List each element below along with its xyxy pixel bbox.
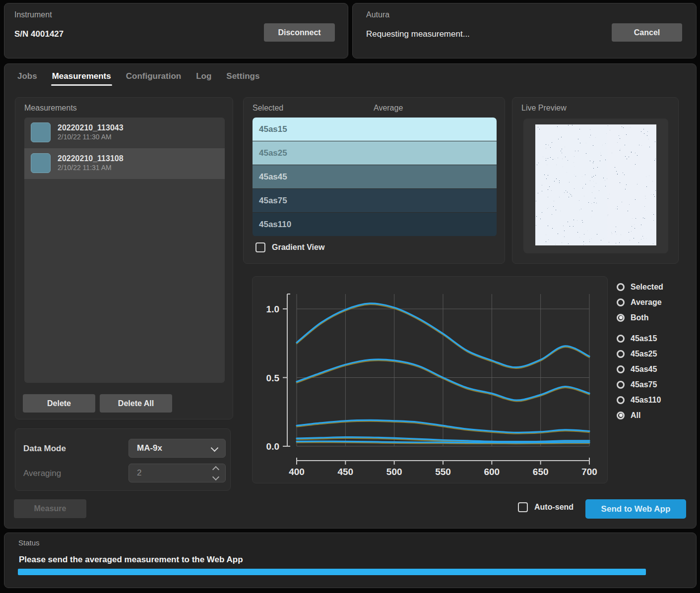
svg-text:650: 650: [533, 467, 549, 477]
radio-series-45as25[interactable]: 45as25: [617, 346, 661, 361]
data-mode-value: MA-9x: [137, 443, 162, 453]
measurements-groupbox: Measurements 20220210_1130432/10/22 11:3…: [15, 97, 233, 419]
gradient-view-label: Gradient View: [272, 243, 324, 252]
series-filter-radio-group: 45as1545as2545as4545as7545as110All: [617, 331, 661, 423]
selected-average-groupbox: Selected Average 45as1545as2545as4545as7…: [243, 97, 505, 264]
measurement-list: 20220210_1130432/10/22 11:30 AM20220210_…: [24, 118, 225, 383]
gradient-view-checkbox[interactable]: [255, 242, 265, 252]
selected-column-header: Selected: [253, 104, 283, 113]
svg-text:450: 450: [337, 467, 353, 477]
svg-text:400: 400: [289, 467, 305, 477]
swatch-row-45as75[interactable]: 45as75: [253, 189, 497, 213]
delete-all-button[interactable]: Delete All: [100, 394, 172, 413]
svg-text:600: 600: [484, 467, 500, 477]
svg-text:700: 700: [581, 467, 597, 477]
swatch-row-45as25[interactable]: 45as25: [253, 141, 497, 165]
view-mode-radio-group: SelectedAverageBoth: [617, 279, 663, 325]
tab-jobs[interactable]: Jobs: [17, 71, 37, 86]
measurement-text: 20220210_1131082/10/22 11:31 AM: [58, 154, 124, 173]
measurement-text: 20220210_1130432/10/22 11:30 AM: [58, 123, 124, 142]
auto-send-label: Auto-send: [534, 503, 573, 512]
radio-series-all[interactable]: All: [617, 408, 661, 423]
data-mode-groupbox: Data Mode MA-9x Averaging 2: [15, 428, 231, 491]
spinner-arrows-icon[interactable]: [213, 467, 218, 479]
live-preview-frame: [523, 119, 668, 253]
average-column-header: Average: [374, 104, 403, 113]
radio-view-both[interactable]: Both: [617, 310, 663, 325]
measurement-color-swatch: [31, 153, 51, 173]
send-to-web-app-button[interactable]: Send to Web App: [585, 499, 686, 519]
disconnect-button[interactable]: Disconnect: [264, 23, 335, 42]
autura-status: Requesting measurement...: [366, 29, 470, 39]
svg-text:1.0: 1.0: [266, 304, 279, 314]
tab-bar: JobsMeasurementsConfigurationLogSettings: [17, 71, 259, 86]
autura-title: Autura: [366, 10, 389, 19]
data-mode-label: Data Mode: [23, 444, 66, 454]
radio-icon[interactable]: [617, 365, 625, 373]
spectral-chart: 0.00.51.0400450500550600650700: [253, 277, 608, 484]
radio-icon[interactable]: [617, 298, 625, 306]
radio-view-selected[interactable]: Selected: [617, 279, 663, 295]
svg-text:500: 500: [386, 467, 402, 477]
autura-panel: Autura Requesting measurement... Cancel: [352, 3, 697, 59]
instrument-serial: S/N 4001427: [14, 29, 64, 39]
radio-label: 45as45: [631, 365, 657, 374]
radio-series-45as45[interactable]: 45as45: [617, 361, 661, 377]
svg-text:0.5: 0.5: [266, 373, 280, 383]
radio-series-45as15[interactable]: 45as15: [617, 331, 661, 346]
radio-icon[interactable]: [617, 350, 625, 358]
status-title: Status: [18, 538, 40, 547]
measurement-item[interactable]: 20220210_1131082/10/22 11:31 AM: [24, 148, 225, 179]
spectral-chart-panel: 0.00.51.0400450500550600650700: [252, 276, 608, 483]
radio-label: Both: [631, 313, 648, 322]
measurement-color-swatch: [31, 122, 51, 142]
cancel-button[interactable]: Cancel: [612, 23, 682, 42]
measurements-title: Measurements: [24, 104, 77, 113]
radio-icon[interactable]: [617, 314, 625, 322]
radio-icon[interactable]: [617, 335, 625, 343]
averaging-stepper[interactable]: 2: [128, 464, 226, 482]
radio-icon[interactable]: [617, 283, 625, 291]
instrument-panel: Instrument S/N 4001427 Disconnect: [4, 3, 348, 59]
chevron-down-icon: [211, 444, 219, 452]
measure-button[interactable]: Measure: [14, 499, 86, 518]
radio-series-45as75[interactable]: 45as75: [617, 377, 661, 392]
radio-icon[interactable]: [617, 381, 625, 389]
averaging-label: Averaging: [23, 469, 61, 478]
auto-send-checkbox[interactable]: [518, 502, 528, 512]
radio-icon[interactable]: [617, 396, 625, 404]
tab-configuration[interactable]: Configuration: [126, 71, 181, 86]
radio-label: Average: [631, 298, 662, 307]
status-message: Please send the averaged measurement to …: [19, 555, 243, 565]
averaging-value: 2: [137, 468, 141, 478]
live-preview-image: [535, 124, 656, 245]
app-window: Instrument S/N 4001427 Disconnect Autura…: [0, 0, 700, 593]
live-preview-groupbox: Live Preview: [512, 97, 679, 264]
delete-button[interactable]: Delete: [23, 394, 95, 413]
radio-label: 45as110: [631, 396, 661, 405]
data-mode-select[interactable]: MA-9x: [128, 439, 226, 458]
svg-text:0.0: 0.0: [266, 441, 279, 452]
radio-label: Selected: [631, 283, 663, 292]
svg-text:550: 550: [435, 467, 451, 477]
live-preview-title: Live Preview: [521, 104, 567, 113]
radio-label: 45as25: [631, 350, 657, 358]
measurement-item[interactable]: 20220210_1130432/10/22 11:30 AM: [24, 118, 225, 148]
radio-view-average[interactable]: Average: [617, 295, 663, 310]
radio-label: 45as75: [631, 380, 657, 389]
tab-settings[interactable]: Settings: [226, 71, 259, 86]
radio-icon[interactable]: [617, 412, 625, 419]
radio-label: All: [631, 411, 640, 420]
tab-measurements[interactable]: Measurements: [52, 71, 111, 86]
measurement-name: 20220210_113043: [58, 123, 124, 133]
swatch-row-45as15[interactable]: 45as15: [253, 118, 497, 141]
instrument-title: Instrument: [14, 10, 52, 19]
tab-log[interactable]: Log: [196, 71, 211, 86]
swatch-list: 45as1545as2545as4545as7545as110: [253, 118, 497, 237]
status-progress-bar: [18, 569, 646, 575]
radio-label: 45as15: [631, 334, 657, 343]
radio-series-45as110[interactable]: 45as110: [617, 392, 661, 408]
swatch-row-45as45[interactable]: 45as45: [253, 165, 497, 189]
measurement-timestamp: 2/10/22 11:30 AM: [58, 133, 124, 142]
swatch-row-45as110[interactable]: 45as110: [253, 213, 497, 237]
